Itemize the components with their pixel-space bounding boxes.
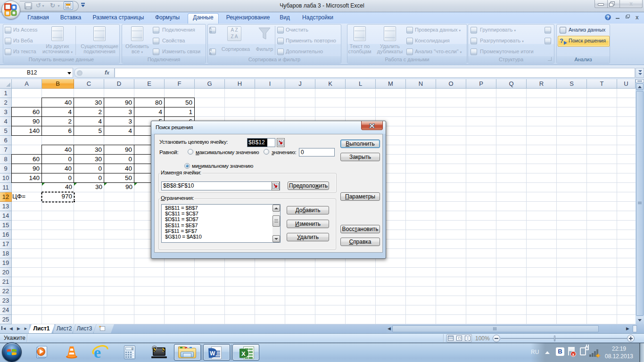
svg-text:X: X — [241, 350, 246, 357]
svg-text:W: W — [210, 350, 215, 357]
